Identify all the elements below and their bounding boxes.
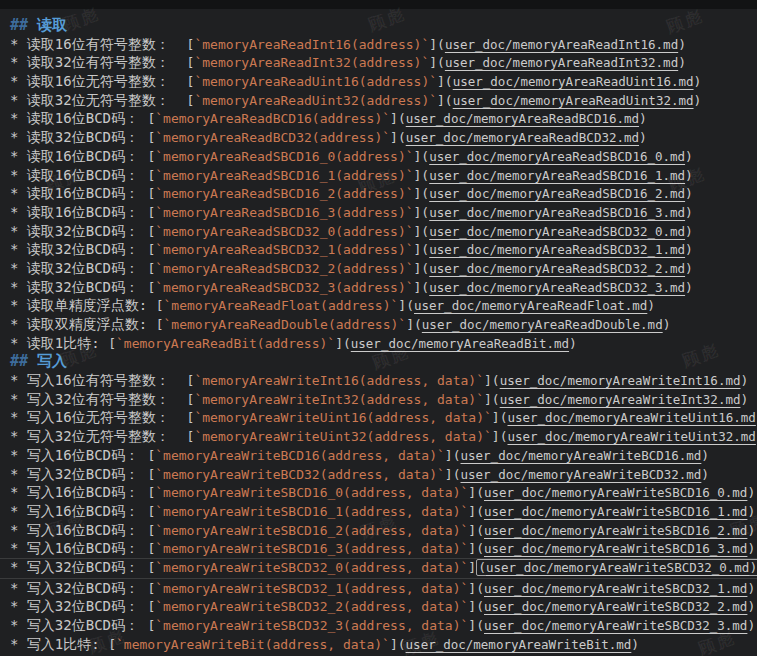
doc-link[interactable]: user_doc/memoryAreaReadSBCD32_1.md — [429, 242, 685, 257]
doc-link[interactable]: user_doc/memoryAreaWriteBit.md — [406, 637, 632, 652]
doc-link[interactable]: user_doc/memoryAreaWriteSBCD16_2.md — [484, 523, 747, 538]
inline-code: `memoryAreaReadSBCD32_2(address)` — [155, 261, 413, 276]
item-label: * 读取单精度浮点数: — [10, 297, 156, 313]
md-paren-close: ) — [685, 205, 693, 220]
item-label: * 读取32位BCD码： — [10, 279, 147, 295]
doc-link[interactable]: user_doc/memoryAreaReadUint16.md — [453, 74, 694, 89]
list-item: * 写入32位BCD码： [`memoryAreaWriteSBCD32_1(a… — [10, 579, 757, 598]
doc-link[interactable]: user_doc/memoryAreaReadSBCD16_2.md — [429, 186, 685, 201]
doc-link[interactable]: user_doc/memoryAreaReadSBCD32_0.md — [429, 224, 685, 239]
doc-link[interactable]: user_doc/memoryAreaWriteUint16.md — [507, 410, 755, 425]
doc-link[interactable]: user_doc/memoryAreaReadBCD16.md — [406, 111, 639, 126]
inline-code: `memoryAreaReadSBCD16_1(address)` — [155, 168, 413, 183]
md-paren-close: ) — [678, 37, 686, 52]
list-item: * 读取16位BCD码： [`memoryAreaReadSBCD16_0(ad… — [10, 147, 757, 166]
doc-link[interactable]: user_doc/memoryAreaWriteUint32.md — [507, 429, 755, 444]
doc-link[interactable]: user_doc/memoryAreaWriteBCD32.md — [461, 467, 702, 482]
doc-link[interactable]: user_doc/memoryAreaReadSBCD16_0.md — [429, 149, 685, 164]
inline-code: `memoryAreaWriteBit(address, data)` — [116, 637, 390, 652]
item-label: * 读取16位BCD码： — [10, 167, 147, 183]
list-item: * 读取16位无符号整数： [`memoryAreaReadUint16(add… — [10, 72, 757, 91]
list-item: * 读取32位BCD码： [`memoryAreaReadSBCD32_3(ad… — [10, 278, 757, 297]
md-bracket-close-paren-open: ]( — [335, 336, 351, 351]
doc-link[interactable]: user_doc/memoryAreaReadSBCD16_1.md — [429, 168, 685, 183]
doc-link[interactable]: user_doc/memoryAreaReadBit.md — [351, 336, 569, 351]
editor-text-area[interactable]: ## 读取* 读取16位有符号整数： [`memoryAreaReadInt16… — [0, 9, 757, 656]
md-bracket-close-paren-open: ]( — [429, 37, 445, 52]
doc-link[interactable]: user_doc/memoryAreaWriteInt32.md — [500, 392, 741, 407]
doc-link[interactable]: user_doc/memoryAreaReadInt16.md — [445, 37, 678, 52]
md-bracket-close-paren-open: ]( — [468, 599, 484, 614]
doc-link[interactable]: user_doc/memoryAreaReadSBCD16_3.md — [429, 205, 685, 220]
list-item: * 写入16位有符号整数： [`memoryAreaWriteInt16(add… — [10, 371, 757, 390]
item-label: * 写入16位BCD码： — [10, 522, 147, 538]
md-bracket-close-paren-open: ]( — [468, 504, 484, 519]
section-heading: ## 读取 — [10, 16, 757, 35]
md-bracket-open: [ — [108, 336, 116, 351]
doc-link[interactable]: user_doc/memoryAreaReadBCD32.md — [406, 130, 639, 145]
list-item: * 写入32位BCD码： [`memoryAreaWriteSBCD32_2(a… — [10, 597, 757, 616]
md-bracket-close-paren-open: ]( — [468, 541, 484, 556]
list-item: * 写入32位有符号整数： [`memoryAreaWriteInt32(add… — [10, 390, 757, 409]
md-bracket-close-paren-open: ]( — [414, 149, 430, 164]
md-bracket-close-paren-open: ]( — [468, 485, 484, 500]
md-bracket-close-paren-open: ]( — [445, 467, 461, 482]
doc-link[interactable]: user_doc/memoryAreaWriteSBCD32_0.md — [486, 560, 749, 575]
doc-link[interactable]: user_doc/memoryAreaReadSBCD32_2.md — [429, 261, 685, 276]
heading-hash-marks: ## — [10, 16, 37, 34]
item-label: * 读取16位无符号整数： — [10, 73, 187, 89]
list-item: * 读取32位BCD码： [`memoryAreaReadSBCD32_1(ad… — [10, 240, 757, 259]
md-paren-close: ) — [747, 581, 755, 596]
list-item: * 读取双精度浮点数: [`memoryAreaReadDouble(addre… — [10, 315, 757, 334]
doc-link[interactable]: user_doc/memoryAreaWriteSBCD16_0.md — [484, 485, 747, 500]
md-bracket-close-paren-open: ]( — [492, 429, 508, 444]
md-paren-close: ) — [685, 242, 693, 257]
md-bracket-close-paren-open: ]( — [414, 261, 430, 276]
md-paren-open: ( — [478, 560, 486, 575]
md-bracket-close-paren-open: ]( — [492, 410, 508, 425]
doc-link[interactable]: user_doc/memoryAreaWriteSBCD16_1.md — [484, 504, 747, 519]
md-bracket-close: ] — [468, 560, 476, 575]
md-paren-close: ) — [685, 149, 693, 164]
md-bracket-close-paren-open: ]( — [414, 168, 430, 183]
item-label: * 读取32位BCD码： — [10, 260, 147, 276]
doc-link[interactable]: user_doc/memoryAreaWriteSBCD16_3.md — [484, 541, 747, 556]
doc-link[interactable]: user_doc/memoryAreaReadInt32.md — [445, 55, 678, 70]
md-bracket-close-paren-open: ]( — [468, 618, 484, 633]
doc-link[interactable]: user_doc/memoryAreaWriteSBCD32_2.md — [484, 599, 747, 614]
md-bracket-open: [ — [156, 298, 164, 313]
list-item: * 读取32位BCD码： [`memoryAreaReadSBCD32_0(ad… — [10, 222, 757, 241]
doc-link[interactable]: user_doc/memoryAreaWriteSBCD32_1.md — [484, 581, 747, 596]
md-paren-close: ) — [747, 485, 755, 500]
md-bracket-close-paren-open: ]( — [468, 581, 484, 596]
doc-link[interactable]: user_doc/memoryAreaWriteBCD16.md — [461, 448, 702, 463]
md-bracket-close-paren-open: ]( — [414, 186, 430, 201]
md-paren-close: ) — [663, 317, 671, 332]
md-paren-close: ) — [685, 168, 693, 183]
doc-link[interactable]: user_doc/memoryAreaReadDouble.md — [422, 317, 663, 332]
md-paren-close: ) — [747, 541, 755, 556]
doc-link[interactable]: user_doc/memoryAreaWriteInt16.md — [500, 373, 741, 388]
inline-code: `memoryAreaReadDouble(address)` — [164, 317, 407, 332]
md-bracket-close-paren-open: ]( — [390, 130, 406, 145]
item-label: * 写入32位BCD码： — [10, 466, 147, 482]
list-item: * 读取32位BCD码： [`memoryAreaReadBCD32(addre… — [10, 128, 757, 147]
doc-link[interactable]: user_doc/memoryAreaReadFloat.md — [414, 298, 647, 313]
list-item: * 写入16位BCD码： [`memoryAreaWriteBCD16(addr… — [10, 446, 757, 465]
md-paren-close: ) — [678, 55, 686, 70]
md-paren-close: ) — [740, 392, 748, 407]
item-label: * 写入16位BCD码： — [10, 540, 147, 556]
list-item: * 写入32位BCD码： [`memoryAreaWriteBCD32(addr… — [10, 465, 757, 484]
md-paren-close: ) — [747, 523, 755, 538]
item-label: * 读取32位BCD码： — [10, 129, 147, 145]
list-item: * 写入16位BCD码： [`memoryAreaWriteSBCD16_3(a… — [10, 539, 757, 558]
md-bracket-close-paren-open: ]( — [437, 93, 453, 108]
doc-link[interactable]: user_doc/memoryAreaReadSBCD32_3.md — [429, 280, 685, 295]
item-label: * 写入32位有符号整数： — [10, 391, 187, 407]
doc-link[interactable]: user_doc/memoryAreaReadUint32.md — [453, 93, 694, 108]
inline-code: `memoryAreaReadSBCD16_3(address)` — [155, 205, 413, 220]
doc-link[interactable]: user_doc/memoryAreaWriteSBCD32_3.md — [484, 618, 747, 633]
list-item: * 读取1比特: [`memoryAreaReadBit(address)`](… — [10, 334, 757, 353]
inline-code: `memoryAreaReadBCD16(address)` — [155, 111, 390, 126]
list-item: * 读取16位BCD码： [`memoryAreaReadSBCD16_2(ad… — [10, 184, 757, 203]
